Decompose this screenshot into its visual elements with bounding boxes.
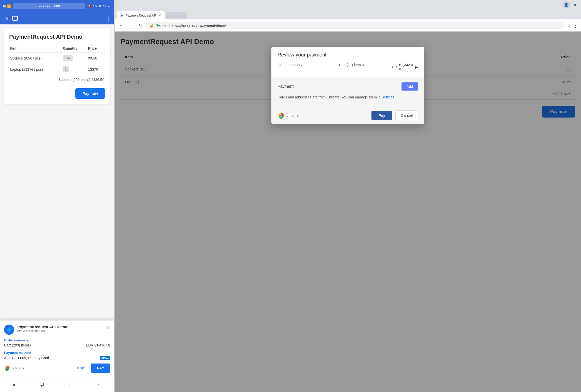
dialog-pay-button[interactable]: Pay [371,111,393,120]
nav-home-icon[interactable]: ● [12,382,15,387]
svg-point-3 [6,367,8,369]
phone-nav-bar: ● ⇄ □ ← [0,377,114,392]
active-tab[interactable]: ▶ PaymentRequest AP ✕ [117,11,165,19]
phone-status-icons-right: 🔇 100% 12:26 [87,4,111,8]
chrome-content-area: PaymentRequest API Demo Item Price Stick… [115,32,581,392]
sheet-close-button[interactable]: ✕ [106,325,110,331]
phone-web-card: PaymentRequest API Demo Item Quantity Pr… [4,28,110,104]
dialog-order-summary: Order summary Cart (11) items) EUR €1,34… [278,62,418,72]
url-text: https://jonni.app.fi/payment-demo/ [172,23,226,27]
window-controls: 👤 ✕ [563,1,579,9]
item-name: Stickers (0.5€ / pcs) [9,53,62,64]
expand-arrow-icon[interactable]: ▶ [415,65,418,69]
forward-arrow[interactable]: → [127,22,135,29]
profile-button[interactable]: 👤 [563,1,570,8]
bookmark-star-icon[interactable]: ☆ [567,23,571,28]
dialog-overlay: Review your payment Order summary Cart (… [115,32,581,392]
chrome-logo-icon [278,112,285,119]
item-price: 99.5€ [87,53,105,64]
chrome-brand-text: chrome [287,113,299,118]
currency-text: EUR [390,65,397,69]
sheet-footer: chrome EDIT PAY [4,364,110,373]
chrome-logo [4,365,10,371]
order-summary-key: Order summary [278,63,313,67]
phone-pay-now-button[interactable]: Pay now [75,88,105,99]
cart-items-text: Cart (200) items) [4,343,31,347]
home-button[interactable]: ⌂ [3,15,10,22]
refresh-button[interactable]: ↻ [137,22,143,29]
payment-method-text: Amex ····0005, Dummy Card [4,356,49,360]
phone-panel: ⊡ 📶 localhost:8080 🔇 100% 12:26 ⌂ 1 ⋮ Pa… [0,0,115,392]
item-name: Laptop (1337€ / pcs) [9,64,62,75]
secure-lock-icon: 🔒 [149,23,154,27]
item-price: 1337€ [87,64,105,75]
order-amount: €1,342.0 0 [399,63,413,71]
nav-recent-icon[interactable]: ⇄ [40,382,45,388]
sheet-app-info: PaymentRequest API Demo http://localhost… [17,325,67,333]
add-payment-button[interactable]: Add [402,82,418,91]
order-summary-row: Cart (200) items) EUR €1,436.50 [4,343,110,347]
tab-indicator[interactable]: 1 [12,16,18,21]
pay-button-sheet[interactable]: PAY [91,364,110,373]
phone-items-table: Item Quantity Price Stickers (0.5€ / pcs… [9,44,105,75]
payment-section-header: Payment Add [278,82,418,91]
dialog-title: Review your payment [278,52,418,58]
payment-section-label: Payment [278,84,294,89]
phone-url-bar: localhost:8080 [13,3,85,9]
col-header-price: Price [87,44,105,53]
tab-label: PaymentRequest AP [126,13,156,17]
item-quantity: 199 [62,53,87,64]
nav-overview-icon[interactable]: □ [69,382,72,387]
window-close-button[interactable]: ✕ [571,1,579,9]
order-summary-label: Order summary [4,338,110,342]
phone-menu-button[interactable]: ⋮ [106,15,111,21]
sheet-app-title: PaymentRequest API Demo [17,325,67,329]
cart-items-count: Cart (11) items) [313,63,390,67]
inactive-tab[interactable] [166,12,187,19]
phone-browser-bar: ⌂ 1 ⋮ [0,12,114,24]
phone-payment-sheet: 🔷 PaymentRequest API Demo http://localho… [0,320,114,377]
phone-status-bar: ⊡ 📶 localhost:8080 🔇 100% 12:26 [0,0,114,12]
secure-text: Secure [156,23,166,27]
svg-point-7 [280,114,282,117]
mute-icon: 🔇 [87,4,91,8]
chrome-tab-bar: ▶ PaymentRequest AP ✕ [115,10,581,19]
chrome-address-bar: ← → ↻ 🔒 Secure | https://jonni.app.fi/pa… [115,19,581,32]
time-display: 12:26 [103,4,111,8]
edit-button[interactable]: EDIT [74,364,88,372]
dialog-cancel-button[interactable]: Cancel [395,110,418,120]
order-price-group: EUR €1,342.0 0 ▶ [390,63,418,71]
payment-method-row: Amex ····0005, Dummy Card AMEX [4,356,110,360]
dialog-body: Payment Add Cards and addresses are from… [271,77,424,106]
phone-status-icons-left: ⊡ 📶 [3,4,11,8]
dialog-header: Review your payment Order summary Cart (… [271,47,424,77]
item-quantity: 1 [62,64,87,75]
battery-icon: 100% [93,4,101,8]
terminal-icon: ⊡ [3,4,6,8]
tab-close-button[interactable]: ✕ [158,13,161,17]
payment-dialog: Review your payment Order summary Cart (… [271,47,424,124]
col-header-item: Item [9,44,62,53]
settings-link[interactable]: Settings. [382,95,395,99]
url-bar[interactable]: 🔒 Secure | https://jonni.app.fi/payment-… [145,22,565,29]
desktop-panel: 👤 ✕ ▶ PaymentRequest AP ✕ ← → ↻ 🔒 Secure… [115,0,581,392]
cart-total: EUR €1,436.50 [86,343,110,347]
chrome-brand-text: chrome [13,366,24,370]
col-header-quantity: Quantity [62,44,87,53]
chrome-menu-button[interactable]: ⋮ [573,22,578,28]
back-arrow[interactable]: ← [118,22,125,29]
chrome-branding: chrome [278,112,299,119]
nav-back-icon[interactable]: ← [97,382,102,387]
table-row: Stickers (0.5€ / pcs) 199 99.5€ [9,53,105,64]
sheet-app-url: http://localhost:8080 [17,329,67,333]
phone-subtotal: Subtotal (200 items) 1436.5€ [9,75,105,84]
app-logo: 🔷 [4,325,14,335]
phone-page-title: PaymentRequest API Demo [9,34,105,40]
dialog-footer: chrome Pay Cancel [271,106,424,124]
chrome-title-bar: 👤 ✕ [115,0,581,10]
amex-card-icon: AMEX [100,356,110,360]
sheet-header: 🔷 PaymentRequest API Demo http://localho… [4,325,110,335]
table-row: Laptop (1337€ / pcs) 1 1337€ [9,64,105,75]
signal-icon: 📶 [7,4,11,8]
chrome-notice-text: Cards and addresses are from Chrome. You… [278,95,418,100]
